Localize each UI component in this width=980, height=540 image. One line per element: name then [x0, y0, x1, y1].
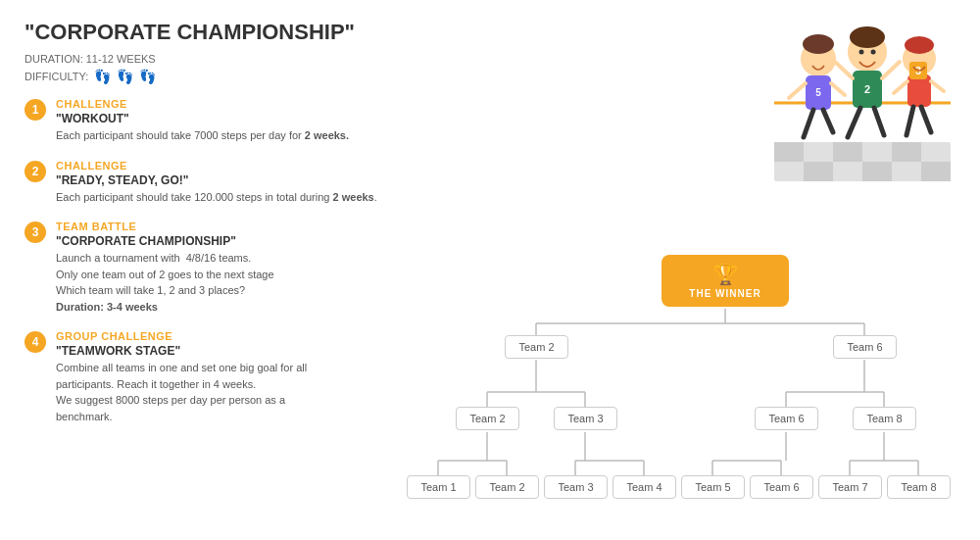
- challenge-3-type: TEAM BATTLE: [56, 221, 397, 232]
- challenge-4-content: GROUP CHALLENGE "TEAMWORK STAGE" Combine…: [56, 330, 397, 424]
- main-title: "CORPORATE CHAMPIONSHIP": [24, 20, 397, 45]
- svg-line-20: [848, 108, 860, 137]
- right-panel: 5 2: [421, 0, 980, 540]
- team-row3-7: Team 7: [818, 475, 882, 499]
- team-row3-2: Team 2: [475, 475, 539, 499]
- svg-line-22: [835, 62, 853, 78]
- svg-point-25: [871, 50, 876, 55]
- svg-text:5: 5: [815, 87, 821, 98]
- svg-point-9: [803, 34, 834, 54]
- team-row3-3: Team 3: [544, 475, 608, 499]
- svg-line-12: [804, 110, 813, 137]
- challenge-2-desc: Each participant should take 120.000 ste…: [56, 189, 397, 206]
- difficulty-label: DIFFICULTY:: [24, 71, 88, 82]
- svg-rect-2: [833, 142, 862, 162]
- winner-label: THE WINNER: [671, 288, 779, 299]
- challenge-2-type: CHALLENGE: [56, 160, 397, 172]
- challenge-2-number: 2: [24, 161, 46, 182]
- challenge-3-desc: Launch a tournament with 4/8/16 teams. O…: [56, 250, 397, 315]
- svg-line-33: [894, 81, 907, 93]
- foot-icon-2: 👣: [117, 69, 133, 84]
- challenge-4-title: "TEAMWORK STAGE": [56, 344, 397, 358]
- challenge-4-number: 4: [24, 331, 46, 353]
- svg-line-21: [874, 108, 884, 135]
- challenge-2-content: CHALLENGE "READY, STEADY, GO!" Each part…: [56, 160, 397, 206]
- foot-icon-1: 👣: [94, 69, 111, 84]
- page: "CORPORATE CHAMPIONSHIP" DURATION: 11-12…: [0, 0, 980, 540]
- challenge-1-type: CHALLENGE: [56, 98, 397, 110]
- duration-info: DURATION: 11-12 WEEKS: [24, 53, 397, 65]
- winner-box: 🏆 THE WINNER: [662, 255, 789, 307]
- team-row3-8: Team 8: [887, 475, 951, 499]
- challenge-3-content: TEAM BATTLE "CORPORATE CHAMPIONSHIP" Lau…: [56, 221, 397, 315]
- team-row1-1: Team 2: [505, 335, 568, 359]
- team-row3-5: Team 5: [681, 475, 745, 499]
- duration-label: DURATION:: [24, 53, 83, 65]
- svg-line-23: [882, 62, 900, 78]
- challenge-2: 2 CHALLENGE "READY, STEADY, GO!" Each pa…: [24, 160, 397, 206]
- svg-rect-6: [921, 162, 951, 181]
- challenge-1-number: 1: [24, 99, 46, 121]
- team-row3-1: Team 1: [407, 475, 470, 499]
- team-row3-6: Team 6: [750, 475, 813, 499]
- team-row2-3: Team 6: [755, 407, 818, 430]
- svg-line-14: [789, 83, 806, 98]
- runners-svg: 5 2: [755, 5, 970, 191]
- svg-text:2: 2: [864, 83, 870, 95]
- svg-line-34: [931, 81, 944, 91]
- challenge-4-type: GROUP CHALLENGE: [56, 330, 397, 342]
- svg-rect-5: [862, 162, 892, 181]
- challenge-1-desc: Each participant should take 7000 steps …: [56, 127, 397, 144]
- svg-line-31: [906, 107, 913, 135]
- challenge-3: 3 TEAM BATTLE "CORPORATE CHAMPIONSHIP" L…: [24, 221, 397, 315]
- team-row3-4: Team 4: [612, 475, 676, 499]
- svg-line-32: [921, 107, 931, 132]
- challenge-2-title: "READY, STEADY, GO!": [56, 173, 397, 187]
- challenge-1-title: "WORKOUT": [56, 112, 397, 125]
- svg-point-17: [850, 26, 885, 48]
- difficulty-row: DIFFICULTY: 👣 👣 👣: [24, 69, 397, 84]
- svg-rect-3: [892, 142, 921, 162]
- winner-trophy-icon: 🏆: [671, 263, 779, 286]
- svg-point-27: [905, 36, 934, 54]
- challenge-1: 1 CHALLENGE "WORKOUT" Each participant s…: [24, 98, 397, 144]
- left-panel: "CORPORATE CHAMPIONSHIP" DURATION: 11-12…: [0, 0, 421, 540]
- challenge-3-title: "CORPORATE CHAMPIONSHIP": [56, 234, 397, 248]
- challenge-4: 4 GROUP CHALLENGE "TEAMWORK STAGE" Combi…: [24, 330, 397, 424]
- team-row2-1: Team 2: [456, 407, 519, 430]
- svg-line-15: [831, 83, 845, 95]
- svg-line-13: [823, 110, 833, 132]
- svg-point-24: [859, 50, 864, 55]
- foot-icon-3: 👣: [139, 69, 156, 84]
- cartoon-area: 5 2: [755, 5, 970, 191]
- challenge-3-number: 3: [24, 221, 46, 243]
- duration-value: 11-12 WEEKS: [86, 53, 156, 65]
- team-row1-2: Team 6: [833, 335, 897, 359]
- challenge-4-desc: Combine all teams in one and set one big…: [56, 360, 397, 424]
- svg-rect-4: [804, 162, 833, 181]
- bracket-container: 🏆 THE WINNER Team 2 Team 6 Team 2 Team 3…: [421, 255, 980, 539]
- challenge-1-content: CHALLENGE "WORKOUT" Each participant sho…: [56, 98, 397, 144]
- team-row2-4: Team 8: [853, 407, 916, 430]
- svg-rect-1: [774, 142, 804, 162]
- team-row2-2: Team 3: [554, 407, 617, 430]
